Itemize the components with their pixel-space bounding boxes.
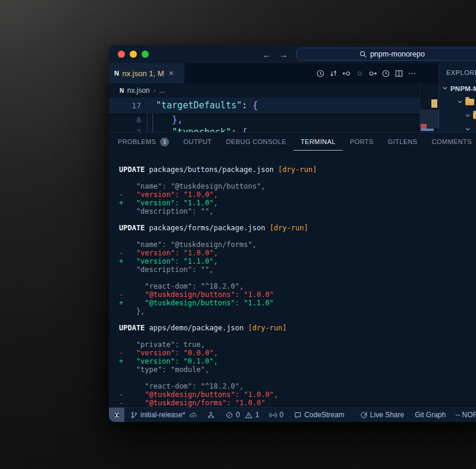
- minimap[interactable]: [419, 83, 439, 132]
- codestream-status[interactable]: CodeStream: [294, 411, 344, 419]
- panel-tab-debug-console[interactable]: DEBUG CONSOLE: [219, 133, 293, 151]
- terminal-line: "private": true,: [119, 340, 476, 349]
- terminal-line: [119, 215, 476, 224]
- split-editor-icon[interactable]: [394, 68, 403, 78]
- tab-nx-json[interactable]: N nx.json 1, M ×: [109, 63, 184, 83]
- next-change-icon[interactable]: [368, 68, 377, 78]
- code-text: },: [142, 114, 183, 126]
- code-line[interactable]: 17"targetDefaults": {: [109, 98, 439, 114]
- live-share-status[interactable]: Live Share: [360, 411, 404, 419]
- terminal-line: UPDATE packages/forms/package.json [dry-…: [119, 224, 476, 232]
- panel-tab-terminal[interactable]: TERMINAL: [293, 133, 343, 151]
- breadcrumb-symbol[interactable]: ...: [159, 86, 165, 95]
- indent-guide: [147, 114, 148, 132]
- terminal-line: UPDATE packages/buttons/package.json [dr…: [119, 165, 476, 174]
- timeline-history-icon[interactable]: [315, 68, 325, 78]
- terminal-line: [119, 315, 476, 324]
- terminal-line: "react-dom": "^18.2.0",: [119, 282, 476, 290]
- remote-icon: [113, 411, 121, 419]
- status-bar: initial-release* 0 1 0 CodeStream Live S…: [109, 407, 476, 422]
- terminal-line: + "version": "0.1.0",: [119, 357, 476, 365]
- explorer-header: EXPLORER: [439, 63, 476, 82]
- chevron-down-icon: [465, 112, 471, 120]
- problems-badge: 1: [160, 137, 169, 146]
- more-actions-icon[interactable]: [407, 68, 416, 78]
- maximize-window-button[interactable]: [142, 51, 149, 58]
- breadcrumb-separator: ›: [154, 87, 156, 94]
- workspace-title: pnpm-monorepo: [370, 50, 425, 58]
- terminal-line: + "version": "1.1.0",: [119, 257, 476, 265]
- minimize-window-button[interactable]: [130, 51, 137, 58]
- code-text: "targetDefaults": {: [142, 98, 258, 114]
- indent-guide-active: [152, 114, 153, 132]
- tab-close-icon[interactable]: ×: [169, 68, 174, 78]
- terminal-line: "type": "module",: [119, 365, 476, 374]
- terminal-line: "react-dom": "^18.2.0",: [119, 382, 476, 390]
- terminal-line: "description": "",: [119, 265, 476, 274]
- code-text: "typecheck": {: [142, 126, 248, 132]
- command-center-search[interactable]: pnpm-monorepo: [296, 48, 476, 61]
- code-editor[interactable]: 17"targetDefaults": {8 },7 "typecheck": …: [109, 98, 439, 132]
- title-bar: ← → pnpm-monorepo: [109, 45, 476, 63]
- minimap-text-block: [421, 129, 434, 131]
- terminal-line: [119, 274, 476, 282]
- ports-status[interactable]: 0: [269, 411, 284, 419]
- sidebar-item-partial[interactable]: [439, 123, 476, 132]
- close-window-button[interactable]: [118, 51, 125, 58]
- line-number: 8: [109, 114, 142, 126]
- code-line[interactable]: 7 "typecheck": {: [109, 126, 439, 132]
- current-change-icon[interactable]: [355, 68, 364, 78]
- panel-tab-comments[interactable]: COMMENTS: [425, 133, 476, 151]
- run-file-icon[interactable]: [381, 68, 390, 78]
- sidebar-item-root-folder[interactable]: PNPM-MONOREPO: [439, 82, 476, 95]
- line-number: 17: [109, 98, 142, 114]
- panel-tab-output[interactable]: OUTPUT: [176, 133, 219, 151]
- error-count-icon: [226, 411, 233, 419]
- terminal-line: [119, 374, 476, 382]
- terminal-line: + "version": "1.1.0",: [119, 199, 476, 207]
- sidebar-item-subfolder[interactable]: [439, 109, 476, 123]
- warning-count-icon: [245, 411, 253, 419]
- chevron-down-icon: [465, 126, 471, 133]
- panel-tab-ports[interactable]: PORTS: [343, 133, 381, 151]
- editor-area: N nx.json › ... 17"targetDefaults": {8 }…: [109, 83, 439, 132]
- search-icon: [359, 51, 367, 58]
- terminal-line: [119, 332, 476, 340]
- back-arrow-icon[interactable]: ←: [262, 49, 271, 60]
- panel-tab-problems[interactable]: PROBLEMS1: [111, 133, 176, 151]
- line-number: 7: [109, 126, 142, 132]
- vscode-window: ← → pnpm-monorepo N nx.json 1, M × EXPLO…: [109, 45, 476, 422]
- breadcrumb-file[interactable]: nx.json: [127, 86, 150, 95]
- terminal-line: - "version": "0.0.0",: [119, 349, 476, 357]
- git-graph-status[interactable]: Git Graph: [415, 411, 446, 419]
- git-branch-icon: [130, 411, 138, 419]
- tab-label: nx.json 1, M: [122, 69, 164, 78]
- terminal-line: - "version": "1.0.0",: [119, 249, 476, 257]
- git-branch-status[interactable]: initial-release*: [130, 411, 198, 419]
- broadcast-icon: [269, 411, 277, 419]
- nx-file-icon: N: [120, 87, 124, 94]
- forward-arrow-icon[interactable]: →: [279, 49, 288, 60]
- gitlens-status[interactable]: [207, 411, 215, 419]
- panel-tab-gitlens[interactable]: GITLENS: [381, 133, 425, 151]
- bottom-panel: PROBLEMS1OUTPUTDEBUG CONSOLETERMINALPORT…: [109, 132, 476, 407]
- problems-status[interactable]: 0 1: [226, 411, 259, 419]
- previous-change-icon[interactable]: [342, 68, 351, 78]
- terminal-line: - "@tuskdesign/buttons": "1.0.0": [119, 290, 476, 299]
- terminal-line: "name": "@tuskdesign/buttons",: [119, 182, 476, 190]
- terminal-output[interactable]: UPDATE packages/buttons/package.json [dr…: [109, 151, 476, 407]
- breadcrumb[interactable]: N nx.json › ...: [109, 83, 439, 98]
- terminal-line: UPDATE apps/demo/package.json [dry-run]: [119, 324, 476, 332]
- code-line[interactable]: 8 },: [109, 114, 439, 126]
- terminal-line: - "@tuskdesign/buttons": "1.0.0",: [119, 390, 476, 399]
- remote-indicator[interactable]: [109, 408, 124, 423]
- comment-bubble-icon: [294, 411, 302, 419]
- terminal-line: },: [119, 307, 476, 315]
- sidebar-item-packages[interactable]: packages: [439, 95, 476, 109]
- folder-icon: [473, 112, 476, 119]
- cloud-upload-icon: [189, 411, 198, 419]
- panel-tab-bar: PROBLEMS1OUTPUTDEBUG CONSOLETERMINALPORT…: [109, 133, 476, 151]
- git-compare-icon[interactable]: [328, 68, 338, 78]
- minimap-modified-marker: [431, 99, 437, 108]
- nx-file-icon: N: [114, 70, 118, 77]
